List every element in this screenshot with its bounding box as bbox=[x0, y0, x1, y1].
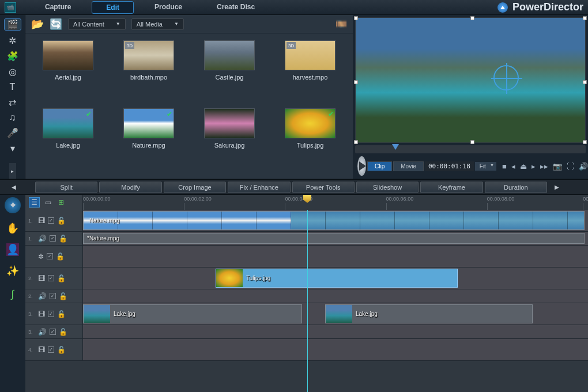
scroll-right-icon[interactable]: ▶ bbox=[555, 184, 559, 190]
track-lane[interactable] bbox=[83, 289, 588, 303]
preview-scrubber[interactable] bbox=[355, 145, 586, 153]
track-lock-icon[interactable]: 🔓 bbox=[57, 217, 66, 225]
edit-duration-button[interactable]: Duration bbox=[485, 182, 547, 193]
mic-icon[interactable]: 🎤 bbox=[4, 127, 21, 138]
snapshot-icon[interactable]: 📷 bbox=[553, 162, 562, 171]
play-small-icon[interactable]: ▸ bbox=[532, 162, 536, 171]
scroll-left-icon[interactable]: ◀ bbox=[12, 184, 16, 190]
track-type-icon[interactable]: 🔊 bbox=[38, 292, 47, 300]
preview-viewport[interactable] bbox=[355, 17, 586, 143]
timeline-view-icon[interactable]: ☰ bbox=[29, 197, 40, 208]
object-icon[interactable]: ◎ bbox=[4, 66, 21, 77]
track-lane[interactable]: Lake.jpgLake.jpg bbox=[83, 303, 588, 325]
edit-slideshow-button[interactable]: Slideshow bbox=[356, 182, 419, 193]
timeline-clip[interactable]: Tulips.jpg bbox=[216, 269, 458, 288]
track-type-icon[interactable]: 🔊 bbox=[38, 235, 47, 243]
storyboard-view-icon[interactable]: ▭ bbox=[43, 198, 53, 207]
top-tab-produce[interactable]: Produce bbox=[141, 1, 196, 14]
portrait-icon[interactable]: 👤 bbox=[6, 243, 19, 256]
hand-tool-icon[interactable]: ✋ bbox=[5, 220, 21, 236]
track-visible-checkbox[interactable]: ✓ bbox=[50, 235, 56, 242]
stop-icon[interactable]: ■ bbox=[502, 162, 507, 171]
media-thumb[interactable]: 3Dbirdbath.mpo bbox=[113, 40, 184, 104]
open-folder-icon[interactable]: 📂 bbox=[31, 18, 44, 31]
track-visible-checkbox[interactable]: ✓ bbox=[50, 329, 56, 335]
track-visible-checkbox[interactable]: ✓ bbox=[50, 293, 56, 299]
track-lock-icon[interactable]: 🔓 bbox=[56, 252, 65, 261]
media-thumb[interactable]: ✔Lake.jpg bbox=[32, 108, 104, 172]
track-lock-icon[interactable]: 🔓 bbox=[59, 328, 67, 336]
undock-icon[interactable]: ⛶ bbox=[567, 162, 574, 171]
top-tab-create-disc[interactable]: Create Disc bbox=[203, 1, 269, 14]
more-icon[interactable]: ▾ bbox=[4, 143, 21, 154]
crosshair-overlay[interactable] bbox=[493, 65, 519, 91]
timeline-clip[interactable]: Lake.jpg bbox=[325, 304, 533, 323]
clip-mode-toggle[interactable]: Clip bbox=[367, 161, 392, 171]
edit-fix-enhance-button[interactable]: Fix / Enhance bbox=[228, 182, 290, 193]
zoom-dropdown[interactable]: Fit bbox=[475, 162, 496, 171]
edit-split-button[interactable]: Split bbox=[35, 182, 97, 193]
play-button[interactable] bbox=[357, 156, 366, 176]
media-thumb[interactable]: 3Dharvest.mpo bbox=[274, 40, 346, 104]
edit-modify-button[interactable]: Modify bbox=[99, 182, 161, 193]
media-filter-dropdown[interactable]: All Media▼ bbox=[131, 18, 184, 30]
track-visible-checkbox[interactable]: ✓ bbox=[48, 217, 54, 224]
track-header[interactable]: ✲✓🔓 bbox=[25, 246, 83, 267]
track-header[interactable]: 1.🎞✓🔓 bbox=[25, 210, 83, 231]
rail-expand-icon[interactable]: ▸ bbox=[9, 163, 16, 179]
track-visible-checkbox[interactable]: ✓ bbox=[48, 311, 54, 317]
track-lock-icon[interactable]: 🔓 bbox=[57, 274, 66, 282]
track-lane[interactable] bbox=[83, 246, 588, 267]
playhead-handle[interactable] bbox=[303, 195, 311, 203]
media-thumb[interactable]: Castle.jpg bbox=[194, 40, 265, 104]
track-lock-icon[interactable]: 🔓 bbox=[59, 235, 67, 243]
track-header[interactable]: 3.🔊✓🔓 bbox=[25, 325, 83, 338]
track-lock-icon[interactable]: 🔓 bbox=[59, 292, 67, 300]
track-type-icon[interactable]: 🎞 bbox=[38, 310, 45, 318]
track-lane[interactable]: Nature.mpg bbox=[83, 210, 588, 231]
magic-tools-icon[interactable]: ✦ bbox=[5, 197, 21, 213]
track-type-icon[interactable]: 🎞 bbox=[38, 346, 45, 354]
track-type-icon[interactable]: 🔊 bbox=[38, 328, 47, 336]
import-media-icon[interactable]: 🎞️ bbox=[336, 18, 347, 29]
track-lane[interactable] bbox=[83, 325, 588, 338]
curve-icon[interactable]: ∫ bbox=[5, 286, 21, 302]
edit-crop-image-button[interactable]: Crop Image bbox=[164, 182, 226, 193]
track-header[interactable]: 1.🔊✓🔓 bbox=[25, 232, 83, 245]
app-logo-icon[interactable]: 📹 bbox=[5, 2, 16, 13]
fan-icon[interactable]: ✲ bbox=[4, 35, 21, 46]
timeline-clip[interactable]: Lake.jpg bbox=[83, 304, 302, 323]
timeline-clip[interactable]: *Nature.mpg bbox=[83, 233, 585, 244]
track-type-icon[interactable]: 🎞 bbox=[38, 274, 45, 282]
track-type-icon[interactable]: ✲ bbox=[38, 252, 44, 261]
transition-icon[interactable]: ⇄ bbox=[4, 97, 21, 108]
track-lock-icon[interactable]: 🔓 bbox=[57, 310, 66, 318]
track-lock-icon[interactable]: 🔓 bbox=[57, 346, 66, 354]
text-icon[interactable]: T bbox=[4, 82, 21, 92]
media-thumb[interactable]: ✔Tulips.jpg bbox=[274, 108, 346, 172]
edit-keyframe-button[interactable]: Keyframe bbox=[420, 182, 483, 193]
track-lane[interactable] bbox=[83, 339, 588, 360]
prev-frame-icon[interactable]: ◂ bbox=[511, 162, 515, 171]
top-tab-capture[interactable]: Capture bbox=[31, 1, 85, 14]
top-tab-edit[interactable]: Edit bbox=[92, 1, 134, 14]
track-lane[interactable]: Tulips.jpg bbox=[83, 267, 588, 289]
track-header[interactable]: 2.🔊✓🔓 bbox=[25, 289, 83, 303]
wand-icon[interactable]: ✨ bbox=[5, 263, 21, 279]
track-header[interactable]: 4.🎞✓🔓 bbox=[25, 339, 83, 360]
film-icon[interactable]: 🎬 bbox=[4, 18, 21, 31]
step-icon[interactable]: ⏏ bbox=[520, 162, 527, 171]
fast-forward-icon[interactable]: ▸▸ bbox=[540, 162, 548, 171]
timeline-clip[interactable]: Nature.mpg bbox=[83, 211, 585, 230]
puzzle-icon[interactable]: 🧩 bbox=[4, 51, 21, 62]
content-filter-dropdown[interactable]: All Content▼ bbox=[68, 18, 126, 30]
media-thumb[interactable]: Sakura.jpg bbox=[194, 108, 265, 172]
media-thumb[interactable]: Aerial.jpg bbox=[32, 40, 104, 104]
track-lane[interactable]: *Nature.mpg bbox=[83, 232, 588, 245]
music-icon[interactable]: ♫ bbox=[4, 112, 21, 123]
track-type-icon[interactable]: 🎞 bbox=[38, 217, 45, 225]
add-track-icon[interactable]: ⊞ bbox=[56, 198, 66, 207]
volume-icon[interactable]: 🔊 bbox=[579, 162, 588, 171]
track-header[interactable]: 3.🎞✓🔓 bbox=[25, 303, 83, 325]
movie-mode-toggle[interactable]: Movie bbox=[393, 161, 424, 171]
